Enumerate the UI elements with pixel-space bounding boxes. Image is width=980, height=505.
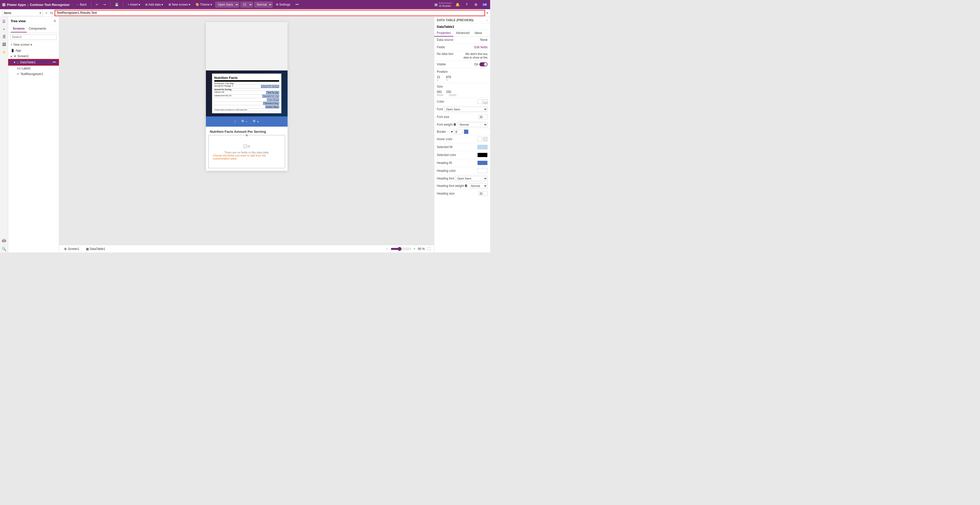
help-button[interactable]: ?	[463, 1, 470, 8]
zoom-in-icon[interactable]: 🔍+	[253, 119, 259, 124]
rp-hover-color-row: Hover color	[434, 136, 490, 142]
rp-border-row: Border — ▾	[434, 129, 490, 135]
zoom-minus-button[interactable]: −	[385, 247, 389, 251]
heading-font-weight-label: Heading font weight	[437, 184, 464, 188]
heading-color-swatch[interactable]	[477, 169, 488, 173]
undo-button[interactable]: ↩	[94, 2, 100, 7]
insert-button[interactable]: + Insert ▾	[126, 2, 142, 7]
new-screen-button[interactable]: 🖥 New screen ▾	[166, 2, 192, 7]
label-icon: Aa	[17, 67, 21, 70]
x-label: X	[437, 79, 439, 82]
tree-item-app[interactable]: 📱 App	[8, 48, 59, 53]
rp-heading-size-row: Heading size	[434, 190, 490, 197]
font-select-rp[interactable]: Open Sans	[444, 107, 488, 112]
divider16	[434, 175, 490, 175]
tree-close-button[interactable]: ✕	[53, 19, 56, 23]
formula-input[interactable]: TextRecognizer1.Results.Text	[55, 10, 485, 16]
nf-serving-size: Serving size: 1 bar (40g)	[214, 82, 279, 85]
notification-button[interactable]: 🔔	[454, 1, 461, 8]
avatar[interactable]: DB	[482, 1, 488, 8]
redo-button[interactable]: ↪	[102, 2, 108, 7]
border-width-input[interactable]	[453, 129, 463, 134]
ai-builder-icon[interactable]: 🤖	[0, 237, 8, 244]
bottom-tab-datatable1[interactable]: ▦ DataTable1	[84, 246, 107, 252]
name-box[interactable]: Items ▾	[2, 10, 43, 16]
edit-fields-link[interactable]: Edit fields	[474, 45, 488, 49]
tree-item-screen1[interactable]: ▸ 🖥 Screen1	[8, 53, 59, 59]
rp-color-row: Color	[434, 98, 490, 105]
sidebar-icons: ☰ + 🗄 🖼 ⚡ 🤖 🔍	[0, 17, 8, 253]
zoom-plus-button[interactable]: +	[412, 247, 417, 251]
heading-font-weight-select[interactable]: Normal	[469, 183, 488, 188]
search-input[interactable]	[10, 34, 57, 40]
rp-tab-ideas[interactable]: Ideas	[472, 30, 485, 37]
media-icon[interactable]: 🖼	[0, 41, 8, 48]
settings-button[interactable]: ⚙ Settings	[274, 2, 292, 7]
font-size-input[interactable]	[478, 115, 488, 119]
fit-screen-button[interactable]: ⛶	[426, 247, 431, 251]
font-weight-select-rp[interactable]: Normal	[457, 122, 488, 127]
nf-servings-per: Serving Per Package: 4 Amount Per Servin…	[214, 85, 279, 88]
divider15	[434, 167, 490, 167]
save-button[interactable]: 💾	[113, 2, 121, 7]
visible-toggle[interactable]	[479, 62, 488, 66]
bold-indicator: B	[453, 123, 456, 126]
hover-color-fill-swatch[interactable]	[483, 137, 488, 142]
heading-size-input[interactable]	[478, 191, 488, 196]
rp-panel-title: DATA TABLE (PREVIEW)	[437, 18, 473, 22]
zoom-controls: − + 90 % ⛶	[385, 247, 431, 251]
empty-table-msg1: There are no fields in this data table	[224, 151, 269, 154]
more-icon[interactable]: •••	[52, 61, 56, 64]
back-button[interactable]: ← Back	[74, 2, 89, 7]
tree-item-label1[interactable]: Aa Label1	[8, 65, 59, 71]
tree-item-datatable1[interactable]: ▾ ▦ DataTable1 •••	[8, 59, 59, 65]
datatable-tab-icon: ▦	[86, 247, 89, 251]
rp-tab-advanced[interactable]: Advanced	[453, 30, 472, 37]
tree-view-icon[interactable]: ☰	[0, 18, 8, 25]
bottom-tab-screen1[interactable]: 🖥 Screen1	[62, 246, 81, 252]
color-swatch-fill[interactable]	[483, 99, 488, 104]
nutrition-label-visual: Nutrition Facts Serving size: 1 bar (40g…	[212, 73, 282, 113]
power-automate-icon[interactable]: ⚡	[0, 48, 8, 56]
data-table-empty: ☑≡ There are no fields in this data tabl…	[208, 135, 285, 168]
theme-button[interactable]: 🎨 Theme ▾	[194, 2, 213, 7]
nf-amount-per: Amount Per Serving	[214, 88, 279, 91]
more-button[interactable]: •••	[294, 2, 301, 7]
selected-fill-swatch[interactable]	[477, 145, 488, 149]
data-source-value: None	[480, 38, 488, 41]
search-icon[interactable]: 🔍	[0, 245, 8, 253]
font-select[interactable]: Open Sans	[215, 2, 239, 7]
selected-color-swatch[interactable]	[477, 153, 488, 157]
rp-selected-color-row: Selected color	[434, 152, 490, 158]
border-color-swatch[interactable]	[464, 129, 468, 134]
zoom-slider[interactable]	[391, 247, 411, 251]
tree-item-textrecognizer[interactable]: ✏ TextRecognizer1	[8, 71, 59, 77]
rp-expand-icon[interactable]: ›	[487, 19, 488, 22]
data-icon[interactable]: 🗄	[0, 33, 8, 40]
tree-search	[8, 33, 59, 41]
phone-top-area	[206, 22, 288, 70]
font-weight-select[interactable]: Normal	[255, 2, 272, 7]
no-data-text-value: We didn't find any data to show at this	[460, 52, 488, 59]
hover-color-text-swatch[interactable]	[477, 137, 482, 142]
new-screen-item[interactable]: + New screen ▾	[8, 41, 59, 48]
insert-icon[interactable]: +	[0, 25, 8, 33]
color-swatch-white[interactable]	[477, 99, 482, 104]
fields-label: Fields	[437, 45, 445, 49]
tree-tab-components[interactable]: Components	[27, 25, 48, 32]
font-size-select[interactable]: 21	[240, 2, 253, 7]
add-data-button[interactable]: ⊕ Add data ▾	[143, 2, 165, 7]
border-chevron-icon: ▾	[451, 130, 453, 134]
heading-font-select[interactable]: Open Sans	[455, 176, 488, 181]
divider	[91, 2, 91, 7]
zoom-out-icon[interactable]: 🔍−	[241, 119, 248, 124]
user-settings-button[interactable]: ⚙	[472, 1, 479, 8]
rp-tab-properties[interactable]: Properties	[434, 30, 453, 37]
tree-title: Tree view	[11, 19, 26, 23]
rp-tabs: Properties Advanced Ideas	[434, 30, 490, 37]
heading-fill-swatch[interactable]	[477, 161, 488, 165]
expand-icon[interactable]: ▾	[487, 11, 488, 15]
heading-fill-label: Heading fill	[437, 161, 452, 165]
tree-tab-screens[interactable]: Screens	[11, 25, 27, 32]
upload-icon[interactable]: ↑	[234, 119, 236, 124]
